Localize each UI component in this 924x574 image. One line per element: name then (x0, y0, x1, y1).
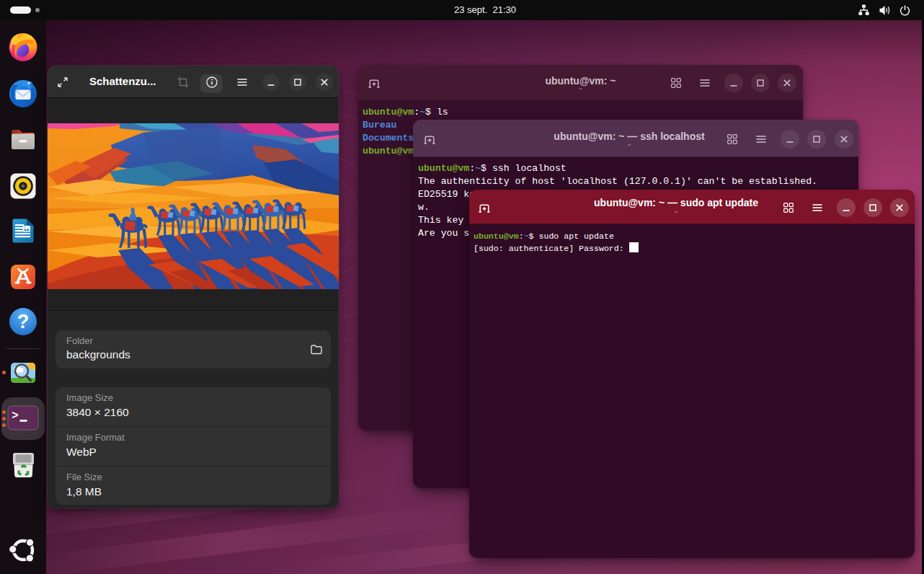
svg-text:>: > (12, 410, 19, 423)
svg-text:?: ? (17, 311, 30, 332)
